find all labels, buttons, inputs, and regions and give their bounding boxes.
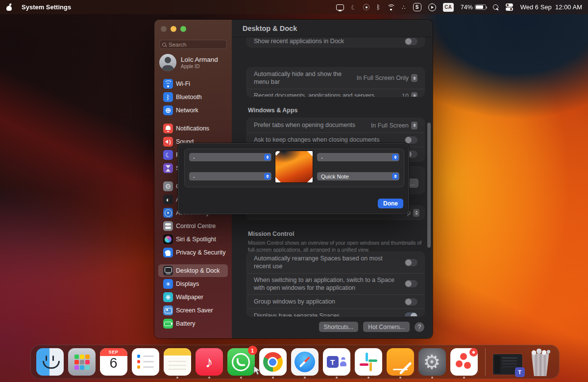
hot-corners-button[interactable]: Hot Corners... <box>363 322 410 332</box>
active-app-name[interactable]: System Settings <box>22 3 71 11</box>
dock-item-red-dots[interactable] <box>450 348 478 376</box>
rearrange-spaces-toggle[interactable] <box>405 259 417 266</box>
switch-space-label: When switching to an application, switch… <box>254 276 400 292</box>
sidebar-item-notifications[interactable]: Notifications <box>158 122 228 135</box>
sidebar-item-icon <box>163 137 173 147</box>
show-recent-toggle[interactable] <box>405 38 417 45</box>
sidebar-item-control-centre[interactable]: Control Centre <box>158 220 228 232</box>
dock-item-chrome[interactable] <box>259 348 287 376</box>
done-button[interactable]: Done <box>378 199 403 208</box>
slack-menu-icon[interactable]: S <box>413 3 421 11</box>
page-title: Desktop & Dock <box>243 25 297 32</box>
minimize-button[interactable] <box>171 26 176 32</box>
avatar <box>159 54 176 71</box>
dock-item-calendar[interactable]: SEP 6 <box>100 348 127 376</box>
sidebar-item-wallpaper[interactable]: Wallpaper <box>158 291 228 304</box>
zoom-button[interactable] <box>180 26 186 32</box>
dock-item-finder[interactable] <box>36 348 64 376</box>
pane-header: Desktop & Dock <box>232 20 433 37</box>
menu-bar-clock[interactable]: Wed 6 Sep 12:00 AM <box>520 3 582 11</box>
bottom-right-corner-select[interactable]: Quick Note <box>317 172 399 180</box>
hot-corners-panel: - - - Quick Note <box>185 149 404 187</box>
dock-item-settings-app[interactable] <box>418 348 446 376</box>
sidebar-item-icon <box>163 92 173 102</box>
notification-badge: 1 <box>248 346 257 355</box>
top-right-corner-select[interactable]: - <box>317 153 399 161</box>
sidebar-item-icon <box>163 248 173 257</box>
top-left-corner-select[interactable]: - <box>189 153 271 161</box>
hot-corners-dialog: - - - Quick Note Done <box>178 143 409 214</box>
stepper-icon <box>413 209 419 217</box>
dock-item-notes[interactable] <box>164 348 191 376</box>
apple-id-profile[interactable]: Loïc Armand Apple ID <box>159 54 229 71</box>
dock-item-reminders[interactable] <box>132 348 159 376</box>
screen-mirroring-icon[interactable] <box>336 4 344 10</box>
running-indicator <box>272 377 274 379</box>
dock-item-teams[interactable] <box>323 348 350 376</box>
sidebar-item-privacy[interactable]: Privacy & Security <box>158 246 228 259</box>
input-source-badge[interactable]: CA <box>443 3 454 12</box>
sidebar-item-displays[interactable]: Displays <box>158 278 228 290</box>
dotted-app-icon[interactable]: ∴ <box>402 3 406 12</box>
hotspot-icon[interactable] <box>363 4 369 10</box>
battery-percent: 74% <box>461 4 473 11</box>
shortcuts-button[interactable]: Shortcuts... <box>319 322 359 332</box>
dock-item-window-thumb[interactable] <box>493 354 522 375</box>
dock-item-pages[interactable] <box>387 348 414 376</box>
control-centre-icon[interactable] <box>505 3 514 11</box>
dock-item-music[interactable] <box>196 348 223 376</box>
dock-item-slack[interactable] <box>355 348 382 376</box>
running-indicator <box>240 377 242 379</box>
profile-subtitle: Apple ID <box>181 64 218 69</box>
recent-docs-popup[interactable]: 10 <box>402 92 417 97</box>
mouse-cursor <box>253 365 261 376</box>
running-indicator <box>304 377 306 379</box>
sidebar-item-desktop-dock[interactable]: Desktop & Dock <box>158 264 228 277</box>
spotlight-icon[interactable] <box>493 4 498 10</box>
running-indicator <box>336 377 338 379</box>
running-indicator <box>176 377 178 379</box>
apple-logo-icon[interactable] <box>6 3 12 11</box>
dock-item-whatsapp[interactable]: 1 <box>227 348 255 376</box>
row-show-recent-label: Show recent applications in Dock <box>254 37 344 45</box>
autohide-popup[interactable]: In Full Screen Only <box>357 74 417 82</box>
close-button[interactable] <box>161 26 167 32</box>
battery-status[interactable]: 74% <box>461 3 486 12</box>
sidebar-item-battery[interactable]: Battery <box>158 317 228 330</box>
sidebar-item-icon <box>163 195 173 204</box>
prefer-tabs-popup[interactable]: In Full Screen <box>371 122 417 129</box>
ask-keep-label: Ask to keep changes when closing documen… <box>254 136 379 144</box>
sidebar-item-siri[interactable]: Siri & Spotlight <box>158 233 228 246</box>
running-indicator <box>431 377 433 379</box>
play-circle-icon[interactable] <box>428 3 436 11</box>
running-indicator <box>463 377 465 379</box>
dock-item-launchpad[interactable] <box>68 348 96 376</box>
sidebar-item-bluetooth[interactable]: Bluetooth <box>158 91 228 103</box>
mission-control-description: Mission Control shows an overview of you… <box>248 239 423 253</box>
focus-moon-icon[interactable]: ☾ <box>349 2 357 12</box>
group-windows-toggle[interactable] <box>405 298 417 306</box>
switch-space-toggle[interactable] <box>405 280 417 287</box>
search-icon <box>162 43 166 47</box>
ask-keep-toggle[interactable] <box>405 136 417 144</box>
separate-spaces-toggle[interactable] <box>405 312 417 317</box>
sidebar-item-screen-saver[interactable]: Screen Saver <box>158 304 228 317</box>
sidebar-search-field[interactable]: Search <box>159 40 227 49</box>
sidebar-item-network[interactable]: Network <box>158 104 228 117</box>
sidebar-item-icon <box>163 181 173 191</box>
prefer-tabs-label: Prefer tabs when opening documents <box>254 121 355 129</box>
desktop: System Settings ☾ ᛒ ∴ S CA 74% Wed 6 Sep… <box>0 0 588 382</box>
bluetooth-icon[interactable]: ᛒ <box>376 3 380 12</box>
dock-item-trash[interactable] <box>527 347 554 377</box>
dock-item-safari[interactable] <box>291 348 318 376</box>
wifi-icon[interactable] <box>387 4 395 10</box>
corner-marker-icon <box>307 151 313 156</box>
stepper-icon <box>392 154 398 160</box>
scrollbar-thumb[interactable] <box>427 123 431 248</box>
bottom-left-corner-select[interactable]: - <box>189 172 271 180</box>
help-button[interactable]: ? <box>415 322 424 332</box>
dock-item-separator[interactable] <box>485 348 486 376</box>
battery-icon <box>475 4 486 10</box>
group-mission-control: Automatically rearrange Spaces based on … <box>247 252 424 316</box>
sidebar-item-wifi[interactable]: Wi-Fi <box>158 77 228 90</box>
